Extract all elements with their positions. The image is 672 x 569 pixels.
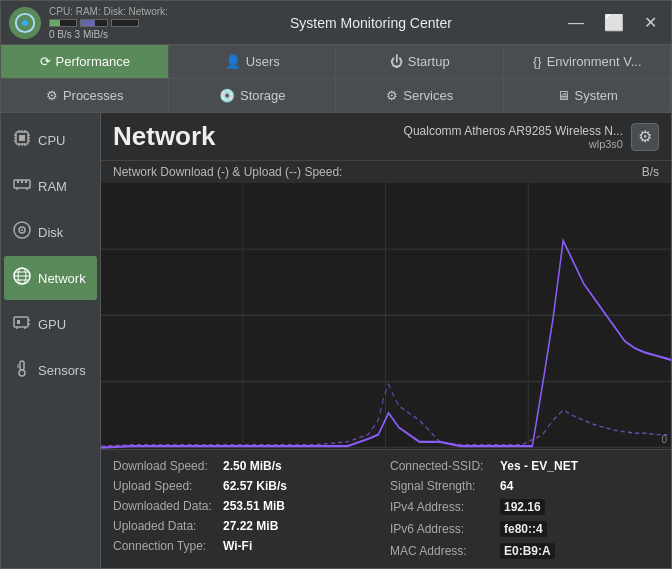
tab-startup[interactable]: ⏻ Startup <box>336 45 504 78</box>
cpu-icon <box>12 128 32 152</box>
sidebar-item-disk-label: Disk <box>38 225 63 240</box>
stats-right-column: Connected-SSID: Yes - EV_NET Signal Stre… <box>386 456 663 562</box>
tab-performance-label: Performance <box>56 54 130 69</box>
ram-bar <box>80 19 108 27</box>
sidebar-item-network-label: Network <box>38 271 86 286</box>
network-header: Network Qualcomm Atheros AR9285 Wireless… <box>101 113 671 161</box>
processes-icon: ⚙ <box>46 88 58 103</box>
stat-connection-type: Connection Type: Wi-Fi <box>109 536 386 556</box>
tab-processes-label: Processes <box>63 88 124 103</box>
sidebar-item-gpu-label: GPU <box>38 317 66 332</box>
main-content: Network Qualcomm Atheros AR9285 Wireless… <box>101 113 671 568</box>
maximize-button[interactable]: ⬜ <box>598 11 630 34</box>
users-icon: 👤 <box>225 54 241 69</box>
main-window: CPU: RAM: Disk: Network: 0 B/s 3 MiB/s S… <box>0 0 672 569</box>
sidebar-item-cpu-label: CPU <box>38 133 65 148</box>
sidebar-item-sensors[interactable]: Sensors <box>4 348 97 392</box>
tab-storage[interactable]: 💿 Storage <box>169 79 337 112</box>
svg-rect-19 <box>25 180 27 183</box>
tab-system-label: System <box>575 88 618 103</box>
disk-icon <box>12 220 32 244</box>
sidebar-item-disk[interactable]: Disk <box>4 210 97 254</box>
sidebar-item-ram[interactable]: RAM <box>4 164 97 208</box>
svg-point-24 <box>21 229 23 231</box>
stat-ipv6: IPv6 Address: fe80::4 <box>386 518 663 540</box>
minimize-button[interactable]: — <box>562 12 590 34</box>
chart-unit: B/s <box>642 165 659 179</box>
titlebar: CPU: RAM: Disk: Network: 0 B/s 3 MiB/s S… <box>1 1 671 45</box>
svg-rect-18 <box>21 180 23 183</box>
stat-ipv4: IPv4 Address: 192.16 <box>386 496 663 518</box>
stats-left-column: Download Speed: 2.50 MiB/s Upload Speed:… <box>109 456 386 562</box>
stats-values: 0 B/s 3 MiB/s <box>49 29 168 40</box>
titlebar-stats: CPU: RAM: Disk: Network: 0 B/s 3 MiB/s <box>49 6 168 40</box>
tab-performance[interactable]: ⟳ Performance <box>1 45 169 78</box>
tab-processes[interactable]: ⚙ Processes <box>1 79 169 112</box>
network-device-id: wlp3s0 <box>404 138 623 150</box>
svg-rect-31 <box>17 320 20 324</box>
stat-signal-strength-value: 64 <box>500 479 513 493</box>
gpu-icon <box>12 312 32 336</box>
content-area: CPU RAM Disk Network <box>1 113 671 568</box>
stats-grid: Download Speed: 2.50 MiB/s Upload Speed:… <box>101 449 671 568</box>
nav-tabs-row2: ⚙ Processes 💿 Storage ⚙ Services 🖥 Syste… <box>1 79 671 113</box>
tab-system[interactable]: 🖥 System <box>504 79 672 112</box>
tab-startup-label: Startup <box>408 54 450 69</box>
stat-downloaded-data-value: 253.51 MiB <box>223 499 285 513</box>
stat-ipv4-label: IPv4 Address: <box>390 500 500 514</box>
startup-icon: ⏻ <box>390 54 403 69</box>
stat-upload-speed-label: Upload Speed: <box>113 479 223 493</box>
nav-tabs-row1: ⟳ Performance 👤 Users ⏻ Startup {} Envir… <box>1 45 671 79</box>
stat-connection-type-value: Wi-Fi <box>223 539 252 553</box>
tab-services-label: Services <box>403 88 453 103</box>
svg-rect-36 <box>20 361 24 370</box>
window-title: System Monitoring Center <box>180 15 562 31</box>
stat-downloaded-data-label: Downloaded Data: <box>113 499 223 513</box>
network-device-name: Qualcomm Atheros AR9285 Wireless N... <box>404 124 623 138</box>
network-section-title: Network <box>113 121 216 152</box>
network-icon <box>12 266 32 290</box>
stat-uploaded-data: Uploaded Data: 27.22 MiB <box>109 516 386 536</box>
sidebar-item-network[interactable]: Network <box>4 256 97 300</box>
stat-ipv6-label: IPv6 Address: <box>390 522 500 536</box>
svg-rect-17 <box>17 180 19 183</box>
stat-upload-speed: Upload Speed: 62.57 KiB/s <box>109 476 386 496</box>
stat-download-speed: Download Speed: 2.50 MiB/s <box>109 456 386 476</box>
svg-rect-3 <box>19 135 25 141</box>
stat-ssid-label: Connected-SSID: <box>390 459 500 473</box>
stat-ssid: Connected-SSID: Yes - EV_NET <box>386 456 663 476</box>
stat-upload-speed-value: 62.57 KiB/s <box>223 479 287 493</box>
tab-users[interactable]: 👤 Users <box>169 45 337 78</box>
close-button[interactable]: ✕ <box>638 11 663 34</box>
chart-label-text: Network Download (-) & Upload (--) Speed… <box>113 165 342 179</box>
stats-labels: CPU: RAM: Disk: Network: <box>49 6 168 17</box>
stat-ssid-value: Yes - EV_NET <box>500 459 578 473</box>
tab-users-label: Users <box>246 54 280 69</box>
performance-icon: ⟳ <box>40 54 51 69</box>
disk-bar <box>111 19 139 27</box>
stat-signal-strength: Signal Strength: 64 <box>386 476 663 496</box>
sidebar-item-sensors-label: Sensors <box>38 363 86 378</box>
stat-mac-label: MAC Address: <box>390 544 500 558</box>
tab-environment[interactable]: {} Environment V... <box>504 45 672 78</box>
system-icon: 🖥 <box>557 88 570 103</box>
svg-rect-30 <box>14 317 28 327</box>
app-icon <box>9 7 41 39</box>
stats-bars <box>49 19 168 27</box>
stat-download-speed-label: Download Speed: <box>113 459 223 473</box>
network-device-info: Qualcomm Atheros AR9285 Wireless N... wl… <box>404 124 623 150</box>
network-chart: 0 <box>101 183 671 449</box>
ram-icon <box>12 174 32 198</box>
tab-services[interactable]: ⚙ Services <box>336 79 504 112</box>
cpu-bar <box>49 19 77 27</box>
sidebar-item-gpu[interactable]: GPU <box>4 302 97 346</box>
chart-label-row: Network Download (-) & Upload (--) Speed… <box>101 161 671 183</box>
sidebar-item-cpu[interactable]: CPU <box>4 118 97 162</box>
stat-uploaded-data-label: Uploaded Data: <box>113 519 223 533</box>
svg-point-1 <box>22 20 28 26</box>
stat-mac: MAC Address: E0:B9:A <box>386 540 663 562</box>
chart-zero-label: 0 <box>661 434 667 445</box>
sidebar: CPU RAM Disk Network <box>1 113 101 568</box>
window-controls: — ⬜ ✕ <box>562 11 663 34</box>
network-settings-button[interactable]: ⚙ <box>631 123 659 151</box>
